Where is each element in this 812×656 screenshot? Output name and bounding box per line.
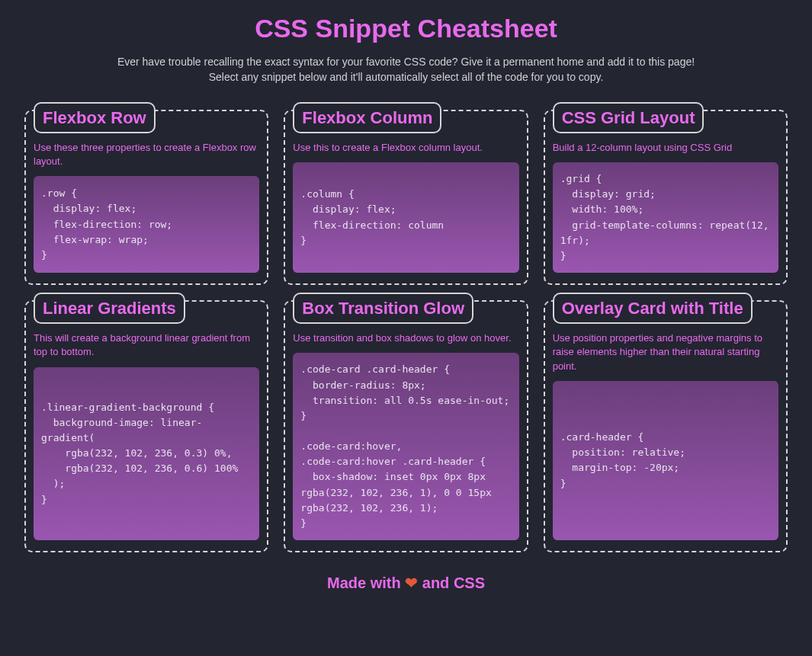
page-header: CSS Snippet Cheatsheet Ever have trouble…: [0, 14, 812, 99]
card-description: This will create a background linear gra…: [34, 331, 259, 359]
code-block[interactable]: .card-header { position: relative; margi…: [553, 381, 778, 540]
heart-icon: ❤: [405, 574, 418, 591]
card-title: CSS Grid Layout: [553, 102, 704, 133]
card-description: Use this to create a Flexbox column layo…: [293, 141, 518, 155]
snippet-card-flexbox-row: Flexbox Row Use these three properties t…: [24, 110, 268, 285]
snippet-card-overlay-card: Overlay Card with Title Use position pro…: [544, 300, 788, 552]
snippet-card-css-grid-layout: CSS Grid Layout Build a 12-column layout…: [544, 110, 788, 285]
card-title: Flexbox Column: [293, 102, 441, 133]
card-title: Overlay Card with Title: [553, 293, 753, 324]
card-description: Use position properties and negative mar…: [553, 331, 778, 373]
footer-prefix: Made with: [327, 574, 405, 591]
snippet-card-box-transition-glow: Box Transition Glow Use transition and b…: [284, 300, 528, 552]
code-block[interactable]: .linear-gradient-background { background…: [34, 367, 259, 540]
card-description: Build a 12-column layout using CSS Grid: [553, 141, 778, 155]
page-title: CSS Snippet Cheatsheet: [107, 14, 705, 43]
card-title: Flexbox Row: [34, 102, 156, 133]
code-block[interactable]: .column { display: flex; flex-direction:…: [293, 162, 518, 273]
code-block[interactable]: .row { display: flex; flex-direction: ro…: [34, 176, 259, 273]
snippet-card-flexbox-column: Flexbox Column Use this to create a Flex…: [284, 110, 528, 285]
card-title: Box Transition Glow: [293, 293, 473, 324]
page-subtitle: Ever have trouble recalling the exact sy…: [107, 54, 705, 85]
snippet-card-linear-gradients: Linear Gradients This will create a back…: [24, 300, 268, 552]
code-block[interactable]: .code-card .card-header { border-radius:…: [293, 353, 518, 540]
card-description: Use transition and box shadows to glow o…: [293, 331, 518, 345]
card-description: Use these three properties to create a F…: [34, 141, 259, 168]
page-footer: Made with ❤ and CSS: [0, 574, 812, 592]
card-title: Linear Gradients: [34, 293, 185, 324]
code-block[interactable]: .grid { display: grid; width: 100%; grid…: [553, 162, 778, 273]
footer-suffix: and CSS: [418, 574, 485, 591]
snippet-grid: Flexbox Row Use these three properties t…: [0, 99, 812, 557]
